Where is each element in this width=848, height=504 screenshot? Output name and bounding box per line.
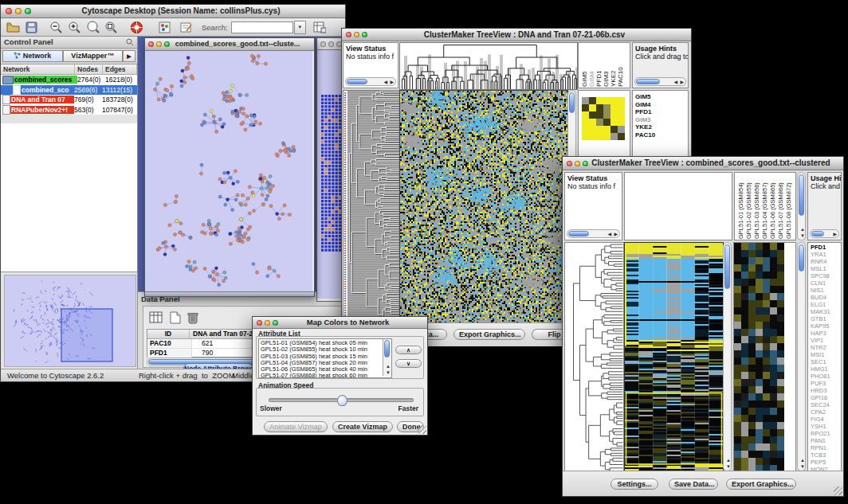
tv1-status-scrollbar[interactable]: ◀▶	[345, 77, 396, 86]
attribute-listbox[interactable]: GPL51-01 (GSM854) heat shock 05 minGPL51…	[258, 338, 392, 378]
zoom-matrix-cell[interactable]	[610, 104, 618, 111]
zoom-matrix-cell[interactable]	[618, 126, 625, 133]
col-id[interactable]: ID	[147, 330, 190, 338]
network-view[interactable]	[145, 51, 312, 291]
zoom-matrix-cell[interactable]	[589, 97, 596, 104]
zoom-matrix-cell[interactable]	[596, 126, 603, 133]
zoom-matrix-cell[interactable]	[596, 111, 603, 119]
tv2-row-dendrogram[interactable]	[564, 242, 624, 473]
minimize-button[interactable]	[328, 41, 334, 47]
zoom-matrix-cell[interactable]	[582, 104, 589, 111]
tv2-heatmap[interactable]	[624, 242, 724, 473]
resize-grip[interactable]	[834, 486, 842, 495]
network-table-row[interactable]: DNA and Tran 07769(0)183728(0)	[1, 95, 137, 105]
zoom-matrix-cell[interactable]	[603, 104, 610, 111]
create-vizmap-button[interactable]: Create Vizmap	[332, 421, 393, 432]
zoom-matrix-cell[interactable]	[582, 97, 589, 104]
zoom-matrix-cell[interactable]	[589, 126, 596, 133]
tab-more[interactable]: ▶	[123, 50, 135, 62]
main-titlebar[interactable]: Cytoscape Desktop (Session Name: collins…	[1, 5, 345, 18]
search-dropdown-button[interactable]: ▾	[294, 21, 306, 34]
zoom-button[interactable]	[362, 32, 367, 37]
close-button[interactable]	[567, 161, 572, 166]
tv2-zoom-vscrollbar[interactable]: ▲▼	[797, 242, 806, 471]
zoom-matrix-cell[interactable]	[589, 111, 596, 119]
tv1-titlebar[interactable]: ClusterMaker TreeView : DNA and Tran 07-…	[342, 29, 691, 41]
animate-vizmap-button[interactable]: Animate Vizmap	[264, 421, 328, 432]
tv1-row-dendrogram[interactable]	[343, 90, 400, 325]
zoom-button[interactable]	[273, 320, 278, 326]
network-table-row[interactable]: RNAPuberNov2+!563(0)107847(0)	[1, 105, 137, 115]
close-button[interactable]	[320, 41, 326, 47]
zoom-matrix-cell[interactable]	[610, 126, 618, 133]
vizmapper-icon[interactable]	[155, 18, 174, 36]
resize-grip[interactable]	[418, 425, 426, 434]
network-window-a[interactable]: combined_scores_good.txt--cluste...	[144, 37, 315, 297]
zoom-matrix-cell[interactable]	[618, 111, 625, 119]
tv1-heatmap[interactable]	[399, 90, 568, 325]
zoom-matrix-cell[interactable]	[618, 97, 625, 104]
attribute-select-icon[interactable]	[147, 309, 165, 326]
network-table-row[interactable]: combined_scores2764(0)16218(0)	[1, 75, 137, 85]
zoom-matrix-cell[interactable]	[596, 119, 603, 126]
animation-speed-slider[interactable]	[269, 398, 414, 402]
minimize-button[interactable]	[265, 320, 270, 326]
close-button[interactable]	[346, 32, 351, 37]
zoom-selected-icon[interactable]	[84, 18, 102, 36]
zoom-matrix-cell[interactable]	[610, 119, 618, 126]
zoom-matrix-cell[interactable]	[589, 119, 596, 126]
zoom-matrix-cell[interactable]	[596, 133, 603, 140]
zoom-fit-icon[interactable]	[102, 18, 120, 36]
tv2-zoom-view[interactable]	[733, 242, 796, 473]
zoom-matrix-cell[interactable]	[618, 133, 625, 140]
annotation-icon[interactable]	[177, 18, 195, 36]
minimize-button[interactable]	[354, 32, 359, 37]
help-lifering-icon[interactable]	[128, 18, 146, 36]
slider-thumb[interactable]	[337, 395, 347, 406]
move-down-button[interactable]: ∨	[395, 359, 422, 368]
zoom-matrix-cell[interactable]	[582, 111, 589, 119]
search-input[interactable]	[231, 21, 293, 33]
attribute-list-scrollbar[interactable]: ▲▼	[383, 339, 391, 376]
save-session-button[interactable]	[22, 18, 41, 36]
zoom-button[interactable]	[25, 8, 31, 14]
zoom-matrix-cell[interactable]	[596, 97, 603, 104]
close-button[interactable]	[148, 41, 154, 47]
settings-button[interactable]: Settings...	[610, 479, 658, 490]
zoom-matrix-cell[interactable]	[603, 133, 610, 140]
export-graphics-button[interactable]: Export Graphics...	[726, 479, 796, 490]
zoom-matrix-cell[interactable]	[603, 97, 610, 104]
move-up-button[interactable]: ∧	[395, 346, 422, 354]
tv1-hints-scrollbar[interactable]: ◀▶	[634, 77, 686, 86]
zoom-matrix-cell[interactable]	[603, 126, 610, 133]
tv2-heatmap-vscrollbar[interactable]: ▲▼	[723, 242, 732, 471]
zoom-matrix-cell[interactable]	[582, 119, 589, 126]
attribute-list-item[interactable]: GPL51-07 (GSM868) heat shock 60 min	[261, 373, 390, 378]
tv2-status-scrollbar[interactable]: ◀▶	[567, 229, 620, 238]
zoom-matrix-cell[interactable]	[582, 133, 589, 140]
attribute-browser-icon[interactable]	[311, 18, 329, 36]
minimize-button[interactable]	[156, 41, 162, 47]
zoom-button[interactable]	[583, 161, 588, 166]
zoom-matrix-cell[interactable]	[589, 104, 596, 111]
new-attribute-icon[interactable]	[166, 309, 184, 326]
minimize-button[interactable]	[575, 161, 580, 166]
tv1-column-dendrogram[interactable]	[399, 42, 578, 90]
zoom-matrix-cell[interactable]	[618, 119, 625, 126]
zoom-matrix-cell[interactable]	[610, 133, 618, 140]
tab-network[interactable]: Network	[2, 50, 63, 62]
zoom-matrix-cell[interactable]	[589, 133, 596, 140]
float-panel-icon[interactable]	[126, 38, 134, 46]
zoom-matrix-cell[interactable]	[610, 111, 618, 119]
minimize-button[interactable]	[15, 8, 22, 14]
export-graphics-button[interactable]: Export Graphics...	[453, 329, 525, 340]
tv2-titlebar[interactable]: ClusterMaker TreeView : combined_scores_…	[563, 157, 843, 170]
zoom-matrix-cell[interactable]	[596, 104, 603, 111]
zoom-matrix-cell[interactable]	[582, 126, 589, 133]
tv2-hints-scrollbar[interactable]: ▶	[810, 229, 839, 238]
save-data-button[interactable]: Save Data...	[669, 479, 718, 490]
close-button[interactable]	[6, 8, 12, 14]
zoom-matrix-cell[interactable]	[610, 97, 618, 104]
tv2-column-dendrogram-area[interactable]	[624, 172, 732, 240]
zoom-in-icon[interactable]	[65, 18, 84, 36]
